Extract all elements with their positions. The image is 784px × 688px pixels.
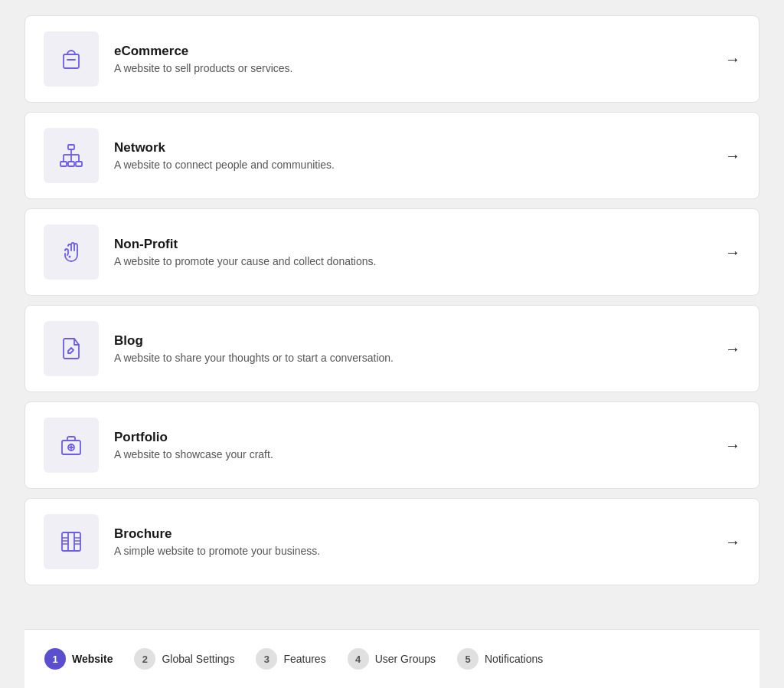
- portfolio-icon: [44, 418, 99, 473]
- card-network[interactable]: Network A website to connect people and …: [24, 112, 760, 199]
- step-label-4: User Groups: [375, 653, 436, 665]
- card-title-network: Network: [114, 140, 710, 156]
- card-content-blog: Blog A website to share your thoughts or…: [114, 333, 710, 364]
- step-1[interactable]: 1 Website: [40, 644, 123, 674]
- card-desc-brochure: A simple website to promote your busines…: [114, 545, 710, 557]
- card-desc-network: A website to connect people and communit…: [114, 159, 710, 171]
- card-arrow-brochure: →: [725, 533, 740, 551]
- card-title-nonprofit: Non-Profit: [114, 237, 710, 252]
- card-title-blog: Blog: [114, 333, 710, 349]
- step-2[interactable]: 2 Global Settings: [129, 644, 245, 674]
- card-arrow-portfolio: →: [725, 437, 740, 454]
- card-content-portfolio: Portfolio A website to showcase your cra…: [114, 430, 710, 460]
- step-num-4: 4: [348, 648, 369, 670]
- card-desc-ecommerce: A website to sell products or services.: [114, 62, 710, 74]
- step-nav: 1 Website 2 Global Settings 3 Features 4…: [24, 629, 760, 688]
- step-label-5: Notifications: [485, 653, 543, 665]
- step-num-2: 2: [134, 648, 155, 670]
- card-content-ecommerce: eCommerce A website to sell products or …: [114, 44, 710, 74]
- card-arrow-network: →: [725, 147, 740, 165]
- card-arrow-ecommerce: →: [725, 51, 740, 68]
- card-nonprofit[interactable]: Non-Profit A website to promote your cau…: [24, 208, 760, 296]
- card-brochure[interactable]: Brochure A simple website to promote you…: [24, 498, 760, 585]
- card-arrow-blog: →: [725, 340, 740, 358]
- document-edit-icon: [44, 321, 99, 376]
- card-content-nonprofit: Non-Profit A website to promote your cau…: [114, 237, 710, 267]
- card-ecommerce[interactable]: eCommerce A website to sell products or …: [24, 15, 760, 103]
- step-4[interactable]: 4 User Groups: [343, 644, 446, 674]
- step-label-3: Features: [283, 653, 325, 665]
- card-portfolio[interactable]: Portfolio A website to showcase your cra…: [24, 401, 760, 489]
- card-content-network: Network A website to connect people and …: [114, 140, 710, 171]
- step-num-3: 3: [256, 648, 277, 670]
- hand-icon: [44, 224, 99, 280]
- step-num-5: 5: [457, 648, 479, 670]
- step-label-1: Website: [72, 653, 113, 665]
- step-3[interactable]: 3 Features: [251, 644, 336, 674]
- brochure-icon: [44, 514, 99, 569]
- network-icon: [44, 128, 99, 183]
- shopping-bag-icon: [44, 31, 99, 87]
- card-arrow-nonprofit: →: [725, 244, 740, 261]
- cards-container: eCommerce A website to sell products or …: [24, 15, 760, 629]
- card-title-portfolio: Portfolio: [114, 430, 710, 445]
- card-desc-blog: A website to share your thoughts or to s…: [114, 352, 710, 364]
- card-desc-portfolio: A website to showcase your craft.: [114, 448, 710, 460]
- card-desc-nonprofit: A website to promote your cause and coll…: [114, 255, 710, 267]
- step-label-2: Global Settings: [162, 653, 234, 665]
- step-num-1: 1: [44, 648, 66, 670]
- card-title-brochure: Brochure: [114, 526, 710, 542]
- step-5[interactable]: 5 Notifications: [452, 644, 554, 674]
- card-blog[interactable]: Blog A website to share your thoughts or…: [24, 305, 760, 392]
- card-title-ecommerce: eCommerce: [114, 44, 710, 59]
- card-content-brochure: Brochure A simple website to promote you…: [114, 526, 710, 557]
